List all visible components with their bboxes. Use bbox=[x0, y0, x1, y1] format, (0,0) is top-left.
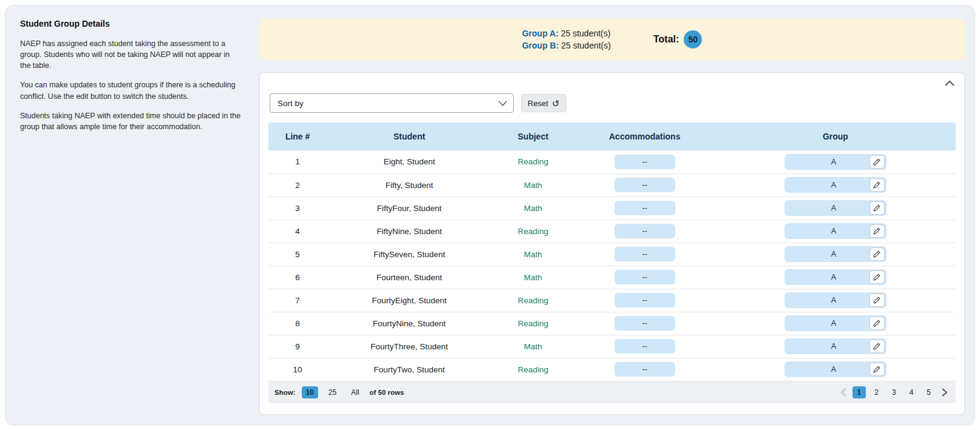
group-counts: Group A: 25 student(s) Group B: 25 stude… bbox=[522, 29, 611, 50]
cell-line: 10 bbox=[268, 358, 327, 381]
cell-accommodations: -- bbox=[574, 335, 715, 358]
sort-by-select[interactable]: Sort by bbox=[270, 93, 514, 113]
edit-group-button[interactable] bbox=[869, 363, 885, 376]
table-row: 6 Fourteen, Student Math -- A bbox=[268, 266, 956, 289]
cell-line: 1 bbox=[268, 150, 327, 173]
cell-student: FourtyTwo, Student bbox=[327, 358, 492, 381]
page-button-3[interactable]: 3 bbox=[887, 386, 901, 398]
cell-group: A bbox=[715, 197, 956, 220]
students-table: Line # Student Subject Accommodations Gr… bbox=[268, 123, 956, 381]
cell-accommodations: -- bbox=[574, 173, 715, 197]
pencil-icon bbox=[873, 320, 880, 327]
cell-group: A bbox=[715, 220, 956, 243]
reset-button-label: Reset bbox=[528, 99, 548, 108]
cell-subject: Math bbox=[492, 335, 574, 358]
cell-line: 2 bbox=[268, 173, 327, 197]
table-row: 5 FiftySeven, Student Math -- A bbox=[268, 243, 956, 266]
group-control: A bbox=[784, 246, 886, 262]
accommodations-pill: -- bbox=[614, 201, 675, 215]
collapse-panel-button[interactable] bbox=[942, 78, 957, 89]
pencil-icon bbox=[873, 274, 880, 281]
cell-student: Eight, Student bbox=[327, 150, 492, 173]
page-button-1[interactable]: 1 bbox=[852, 386, 866, 398]
total-count: Total: 50 bbox=[653, 30, 702, 49]
page: Student Group Details NAEP has assigned … bbox=[0, 0, 980, 430]
group-a-label: Group A: bbox=[522, 29, 559, 38]
edit-group-button[interactable] bbox=[869, 201, 885, 215]
chevron-up-icon bbox=[945, 80, 954, 86]
cell-group: A bbox=[715, 312, 956, 335]
cell-line: 5 bbox=[268, 243, 327, 266]
page-button-5[interactable]: 5 bbox=[922, 386, 936, 398]
cell-student: FiftySeven, Student bbox=[327, 243, 492, 266]
cell-line: 6 bbox=[268, 266, 327, 289]
prev-page-button[interactable] bbox=[839, 387, 849, 398]
reset-icon: ↻ bbox=[552, 99, 560, 108]
cell-line: 8 bbox=[268, 312, 327, 335]
table-footer: Show: 10 25 All of 50 rows 1 2 3 4 bbox=[268, 381, 956, 403]
cell-subject: Reading bbox=[492, 358, 574, 381]
total-badge: 50 bbox=[684, 30, 702, 49]
cell-student: FiftyFour, Student bbox=[327, 197, 492, 220]
cell-student: Fourteen, Student bbox=[327, 266, 492, 289]
table-header: Line # Student Subject Accommodations Gr… bbox=[268, 123, 956, 150]
edit-group-button[interactable] bbox=[869, 294, 885, 307]
cell-group: A bbox=[715, 173, 956, 197]
cell-accommodations: -- bbox=[574, 312, 715, 335]
group-control: A bbox=[784, 315, 886, 331]
pencil-icon bbox=[873, 204, 880, 212]
edit-group-button[interactable] bbox=[869, 224, 885, 238]
table-body: 1 Eight, Student Reading -- A 2 Fifty, S… bbox=[268, 150, 956, 381]
group-control: A bbox=[784, 292, 886, 308]
pencil-icon bbox=[873, 158, 880, 166]
group-control: A bbox=[784, 269, 886, 285]
pencil-icon bbox=[873, 366, 880, 373]
table-row: 8 FourtyNine, Student Reading -- A bbox=[268, 312, 956, 335]
chevron-right-icon bbox=[942, 388, 947, 397]
page-button-4[interactable]: 4 bbox=[905, 386, 919, 398]
page-size-25[interactable]: 25 bbox=[324, 386, 341, 398]
cell-subject: Reading bbox=[492, 312, 574, 335]
header-group: Group bbox=[715, 123, 956, 150]
chevron-down-icon bbox=[499, 101, 507, 106]
table-row: 4 FiftyNine, Student Reading -- A bbox=[268, 220, 956, 243]
cell-accommodations: -- bbox=[574, 358, 715, 381]
sidebar-paragraph-3: Students taking NAEP with extended time … bbox=[20, 110, 241, 132]
group-control: A bbox=[784, 200, 886, 216]
edit-group-button[interactable] bbox=[869, 155, 885, 169]
page-button-2[interactable]: 2 bbox=[869, 386, 883, 398]
pagination: 1 2 3 4 5 bbox=[839, 386, 950, 398]
pencil-icon bbox=[873, 250, 880, 258]
pencil-icon bbox=[873, 227, 880, 235]
table-row: 2 Fifty, Student Math -- A bbox=[268, 173, 956, 197]
cell-subject: Math bbox=[492, 197, 574, 220]
page-size-10[interactable]: 10 bbox=[302, 386, 318, 398]
table-row: 10 FourtyTwo, Student Reading -- A bbox=[268, 358, 956, 381]
cell-group: A bbox=[715, 335, 956, 358]
header-subject: Subject bbox=[492, 123, 574, 150]
group-b-count: Group B: 25 student(s) bbox=[522, 41, 611, 50]
pencil-icon bbox=[873, 343, 880, 350]
accommodations-pill: -- bbox=[614, 339, 675, 354]
reset-button[interactable]: Reset ↻ bbox=[521, 94, 567, 112]
edit-group-button[interactable] bbox=[869, 178, 885, 192]
group-a-value: 25 student(s) bbox=[561, 29, 611, 38]
accommodations-pill: -- bbox=[614, 362, 675, 377]
edit-group-button[interactable] bbox=[869, 317, 885, 330]
page-size-all[interactable]: All bbox=[347, 386, 363, 398]
edit-group-button[interactable] bbox=[869, 270, 885, 284]
sidebar-paragraph-2: You can make updates to student groups i… bbox=[20, 79, 241, 101]
chevron-left-icon bbox=[841, 388, 846, 397]
cell-subject: Math bbox=[492, 173, 574, 197]
cell-subject: Math bbox=[492, 243, 574, 266]
next-page-button[interactable] bbox=[939, 387, 950, 398]
pencil-icon bbox=[873, 297, 880, 304]
show-label: Show: bbox=[274, 389, 296, 396]
cell-group: A bbox=[715, 358, 956, 381]
header-student: Student bbox=[327, 123, 492, 150]
edit-group-button[interactable] bbox=[869, 247, 885, 261]
edit-group-button[interactable] bbox=[869, 340, 885, 353]
accommodations-pill: -- bbox=[614, 155, 675, 169]
table-row: 9 FourtyThree, Student Math -- A bbox=[268, 335, 956, 358]
accommodations-pill: -- bbox=[614, 247, 675, 261]
